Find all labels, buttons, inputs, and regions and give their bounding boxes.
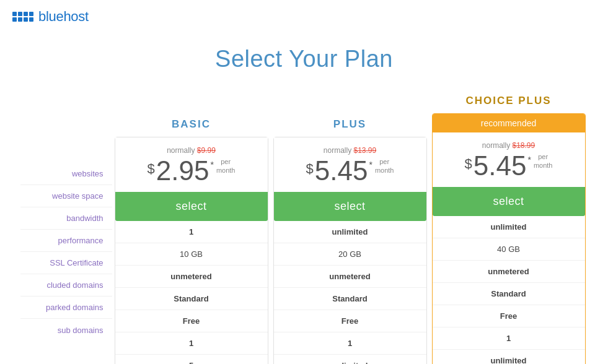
plan-plus-val-websites: unlimited xyxy=(274,221,426,243)
feature-labels: websites website space bandwidth perform… xyxy=(20,90,112,364)
plan-plus-val-ssl: Free xyxy=(274,310,426,332)
plan-choice-plus-amount: 5.45 xyxy=(474,152,527,180)
plan-basic-val-included: 1 xyxy=(115,332,268,355)
plan-choice-plus-price-row: $ 5.45 * permonth xyxy=(439,152,579,180)
plan-choice-plus-per-month: permonth xyxy=(534,152,553,170)
plan-plus-amount: 5.45 xyxy=(315,157,368,184)
feature-label-sub-domains: sub domains xyxy=(20,319,112,341)
plan-basic-header: BASIC xyxy=(115,113,268,137)
plan-choice-plus-features: unlimited 40 GB unmetered Standard Free … xyxy=(433,216,585,364)
plan-plus-asterisk: * xyxy=(369,160,372,170)
plan-choice-plus-select-button[interactable]: select xyxy=(433,187,585,216)
logo-text: bluehost xyxy=(38,9,89,25)
plan-choice-plus-val-parked: unlimited xyxy=(433,350,585,364)
plan-choice-plus-price-section: normally $18.99 $ 5.45 * permonth xyxy=(433,132,585,187)
plan-choice-plus-val-space: 40 GB xyxy=(433,238,585,261)
plan-choice-plus-dollar: $ xyxy=(465,156,472,172)
plan-plus-original-price: $13.99 xyxy=(353,146,376,155)
plan-basic: BASIC normally $9.99 $ 2.95 * permonth s… xyxy=(115,113,268,364)
plan-plus: PLUS normally $13.99 $ 5.45 * permonth s… xyxy=(273,113,427,364)
page-title: Select Your Plan xyxy=(0,46,608,72)
plan-plus-normally: normally $13.99 xyxy=(280,146,420,155)
plan-choice-plus-val-websites: unlimited xyxy=(433,216,585,238)
plan-choice-plus-val-performance: Standard xyxy=(433,283,585,305)
header: bluehost xyxy=(0,0,608,33)
plan-basic-val-parked: 5 xyxy=(115,355,268,364)
plan-basic-val-websites: 1 xyxy=(115,221,268,243)
feature-label-parked-domains: parked domains xyxy=(20,297,112,319)
plan-basic-features: 1 10 GB unmetered Standard Free 1 5 25 xyxy=(115,221,268,364)
plan-plus-select-button[interactable]: select xyxy=(274,192,426,221)
plan-plus-val-parked: unlimited xyxy=(274,355,426,364)
plan-plus-name: PLUS xyxy=(273,113,427,133)
plan-plus-price-section: normally $13.99 $ 5.45 * permonth xyxy=(274,137,426,192)
plan-plus-val-bandwidth: unmetered xyxy=(274,266,426,288)
recommended-badge: recommended xyxy=(433,114,585,132)
feature-label-bandwidth: bandwidth xyxy=(20,207,112,230)
plan-plus-val-space: 20 GB xyxy=(274,243,426,266)
plan-basic-select-button[interactable]: select xyxy=(115,192,268,221)
plan-choice-plus-val-bandwidth: unmetered xyxy=(433,261,585,283)
logo-grid-icon xyxy=(12,12,33,22)
plan-plus-header: PLUS xyxy=(273,113,427,137)
plan-choice-plus-card: recommended normally $18.99 $ 5.45 * per… xyxy=(432,113,586,364)
plan-basic-val-space: 10 GB xyxy=(115,243,268,266)
plan-basic-val-ssl: Free xyxy=(115,310,268,332)
plan-basic-original-price: $9.99 xyxy=(197,146,216,155)
plan-plus-dollar: $ xyxy=(306,161,314,177)
plan-choice-plus: CHOICE PLUS recommended normally $18.99 … xyxy=(432,90,586,364)
plan-plus-card: normally $13.99 $ 5.45 * permonth select… xyxy=(273,137,427,364)
plan-plus-price-row: $ 5.45 * permonth xyxy=(280,157,420,184)
plan-plus-val-performance: Standard xyxy=(274,288,426,310)
plan-basic-asterisk: * xyxy=(210,160,213,170)
plan-choice-plus-normally: normally $18.99 xyxy=(439,141,579,150)
feature-label-ssl: SSL Certificate xyxy=(20,252,112,274)
plan-basic-val-bandwidth: unmetered xyxy=(115,266,268,288)
feature-label-included-domains: cluded domains xyxy=(20,274,112,297)
plan-choice-plus-original-price: $18.99 xyxy=(512,141,535,150)
plan-choice-plus-name: CHOICE PLUS xyxy=(432,90,586,110)
plan-choice-plus-header: CHOICE PLUS xyxy=(432,90,586,113)
plan-plus-features: unlimited 20 GB unmetered Standard Free … xyxy=(274,221,426,364)
plan-choice-plus-val-included: 1 xyxy=(433,327,585,350)
plans-container: websites website space bandwidth perform… xyxy=(0,90,608,364)
feature-label-website-space: website space xyxy=(20,185,112,207)
plan-basic-price-row: $ 2.95 * permonth xyxy=(121,157,262,184)
plan-basic-val-performance: Standard xyxy=(115,288,268,310)
plan-plus-val-included: 1 xyxy=(274,332,426,355)
plan-choice-plus-val-ssl: Free xyxy=(433,305,585,327)
plan-basic-card: normally $9.99 $ 2.95 * permonth select … xyxy=(115,137,268,364)
plan-basic-price-section: normally $9.99 $ 2.95 * permonth xyxy=(115,137,268,192)
plan-choice-plus-asterisk: * xyxy=(527,155,531,165)
feature-label-websites: websites xyxy=(20,163,112,185)
plan-basic-amount: 2.95 xyxy=(156,157,209,184)
feature-label-performance: performance xyxy=(20,230,112,252)
plan-basic-per-month: permonth xyxy=(216,157,236,175)
page-title-section: Select Your Plan xyxy=(0,33,608,90)
plan-basic-normally: normally $9.99 xyxy=(121,146,262,155)
plan-plus-per-month: permonth xyxy=(375,157,394,175)
plan-basic-name: BASIC xyxy=(115,113,268,133)
plan-basic-dollar: $ xyxy=(148,161,155,177)
